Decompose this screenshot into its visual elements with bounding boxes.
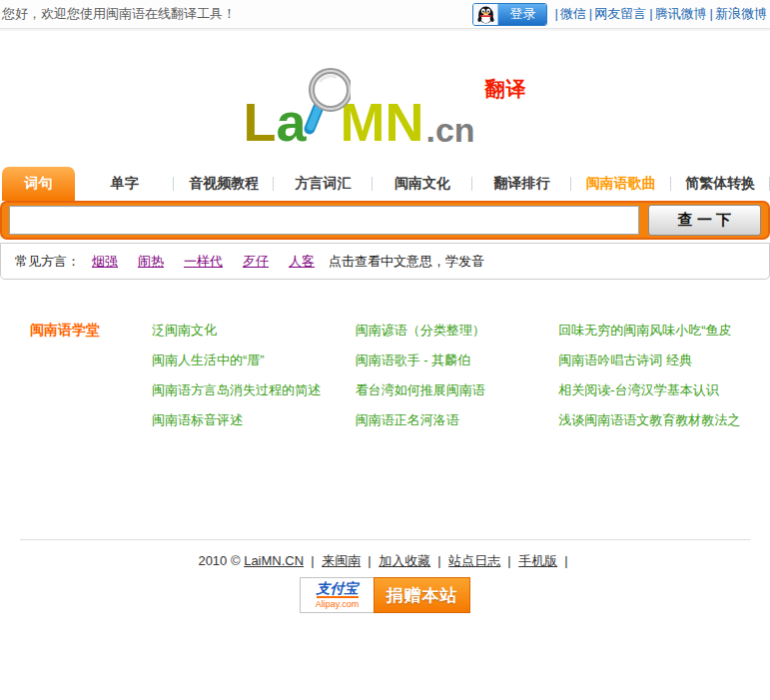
main-nav: 词句 单字 音视频教程 方言词汇 闽南文化 翻译排行 闽南语歌曲 简繁体转换 bbox=[0, 167, 770, 201]
school-article-link[interactable]: 闽南谚语（分类整理） bbox=[356, 316, 559, 346]
link-tencent-weibo[interactable]: 腾讯微博 bbox=[646, 5, 706, 23]
minnan-school-section: 闽南语学堂 泛闽南文化 闽南人生活中的“厝” 闽南语方言岛消失过程的简述 闽南语… bbox=[0, 316, 770, 435]
school-article-link[interactable]: 闽南语歌手 - 其麟伯 bbox=[356, 346, 559, 375]
donate-button-label[interactable]: 捐赠本站 bbox=[374, 577, 470, 613]
qq-penguin-icon bbox=[473, 4, 498, 25]
school-section-title: 闽南语学堂 bbox=[30, 316, 152, 435]
school-article-link[interactable]: 闽南语标音评述 bbox=[152, 405, 356, 435]
magnifier-icon bbox=[303, 67, 351, 149]
search-bar: 查 一 下 bbox=[0, 201, 770, 240]
common-dialects-bar: 常见方言： 烟强 闹热 一样代 歹仔 人客 点击查看中文意思，学发音 bbox=[0, 243, 770, 280]
school-article-link[interactable]: 闽南语正名河洛语 bbox=[356, 405, 559, 435]
footer: 2010 © LaiMN.CN 来闽南 加入收藏 站点日志 手机版 bbox=[0, 552, 770, 570]
welcome-message: 您好，欢迎您使用闽南语在线翻译工具！ bbox=[2, 5, 236, 23]
logo-letters-mn: MN bbox=[340, 100, 423, 144]
logo-domain-suffix: .cn bbox=[425, 117, 474, 144]
footer-link-site-blog[interactable]: 站点日志 bbox=[448, 553, 514, 568]
school-article-link[interactable]: 闽南语吟唱古诗词 经典 bbox=[558, 346, 762, 375]
donate-row: 支付宝 Alipay.com 捐赠本站 bbox=[0, 577, 770, 613]
school-article-link[interactable]: 看台湾如何推展闽南语 bbox=[356, 375, 559, 405]
dialect-link[interactable]: 烟强 bbox=[92, 253, 118, 271]
school-article-link[interactable]: 闽南人生活中的“厝” bbox=[152, 346, 356, 375]
search-input[interactable] bbox=[9, 206, 639, 235]
tab-minnan-songs[interactable]: 闽南语歌曲 bbox=[571, 167, 670, 201]
qq-login-button[interactable]: 登录 bbox=[472, 3, 547, 26]
topbar-right: 登录 微信 网友留言 腾讯微博 新浪微博 bbox=[472, 3, 767, 26]
school-article-link[interactable]: 相关阅读-台湾汉学基本认识 bbox=[558, 375, 762, 405]
school-article-link[interactable]: 浅谈闽南语语文教育教材教法之 bbox=[558, 405, 762, 435]
donate-button[interactable]: 支付宝 Alipay.com 捐赠本站 bbox=[300, 577, 470, 613]
site-logo[interactable]: L a MN .cn 翻译 bbox=[243, 60, 526, 144]
login-button-label[interactable]: 登录 bbox=[498, 4, 546, 25]
link-sina-weibo[interactable]: 新浪微博 bbox=[707, 5, 767, 23]
logo-letter-l: L bbox=[243, 100, 276, 144]
tab-translation-ranking[interactable]: 翻译排行 bbox=[472, 167, 571, 201]
school-article-link[interactable]: 闽南语方言岛消失过程的简述 bbox=[152, 375, 356, 405]
dialect-link[interactable]: 人客 bbox=[289, 253, 315, 271]
alipay-logo-en: Alipay.com bbox=[316, 600, 359, 609]
alipay-logo: 支付宝 Alipay.com bbox=[300, 577, 374, 613]
topbar-links: 微信 网友留言 腾讯微博 新浪微博 bbox=[551, 5, 767, 23]
footer-divider bbox=[20, 539, 750, 540]
tab-phrases[interactable]: 词句 bbox=[2, 167, 75, 201]
logo-translate-badge: 翻译 bbox=[485, 76, 527, 103]
dialect-link[interactable]: 闹热 bbox=[138, 253, 164, 271]
link-guestbook[interactable]: 网友留言 bbox=[586, 5, 646, 23]
school-column-1: 泛闽南文化 闽南人生活中的“厝” 闽南语方言岛消失过程的简述 闽南语标音评述 bbox=[152, 316, 356, 435]
footer-link-bookmark[interactable]: 加入收藏 bbox=[379, 553, 444, 568]
dialect-link[interactable]: 一样代 bbox=[184, 253, 223, 271]
school-column-3: 回味无穷的闽南风味小吃“鱼皮 闽南语吟唱古诗词 经典 相关阅读-台湾汉学基本认识… bbox=[558, 316, 762, 435]
alipay-logo-cn: 支付宝 bbox=[317, 581, 359, 598]
tab-av-tutorials[interactable]: 音视频教程 bbox=[174, 167, 273, 201]
school-article-link[interactable]: 回味无穷的闽南风味小吃“鱼皮 bbox=[558, 316, 762, 346]
top-bar: 您好，欢迎您使用闽南语在线翻译工具！ 登录 微信 bbox=[0, 0, 770, 29]
school-article-link[interactable]: 泛闽南文化 bbox=[152, 316, 356, 346]
tab-dialect-vocab[interactable]: 方言词汇 bbox=[274, 167, 373, 201]
dialect-link[interactable]: 歹仔 bbox=[243, 253, 269, 271]
tab-single-char[interactable]: 单字 bbox=[75, 167, 174, 201]
dialects-hint: 点击查看中文意思，学发音 bbox=[329, 253, 484, 271]
search-button[interactable]: 查 一 下 bbox=[648, 205, 761, 236]
copyright-text: 2010 © bbox=[198, 553, 240, 568]
school-column-2: 闽南谚语（分类整理） 闽南语歌手 - 其麟伯 看台湾如何推展闽南语 闽南语正名河… bbox=[356, 316, 559, 435]
tab-simplified-traditional[interactable]: 简繁体转换 bbox=[671, 167, 770, 201]
dialects-label: 常见方言： bbox=[15, 253, 80, 271]
logo-section: L a MN .cn 翻译 bbox=[0, 29, 770, 167]
footer-link-laiminnan[interactable]: 来闽南 bbox=[322, 553, 375, 568]
tab-minnan-culture[interactable]: 闽南文化 bbox=[373, 167, 471, 201]
link-wechat[interactable]: 微信 bbox=[551, 5, 585, 23]
logo-letter-a: a bbox=[276, 100, 306, 144]
footer-link-mobile[interactable]: 手机版 bbox=[518, 553, 571, 568]
footer-link-laimn[interactable]: LaiMN.CN bbox=[244, 553, 318, 568]
